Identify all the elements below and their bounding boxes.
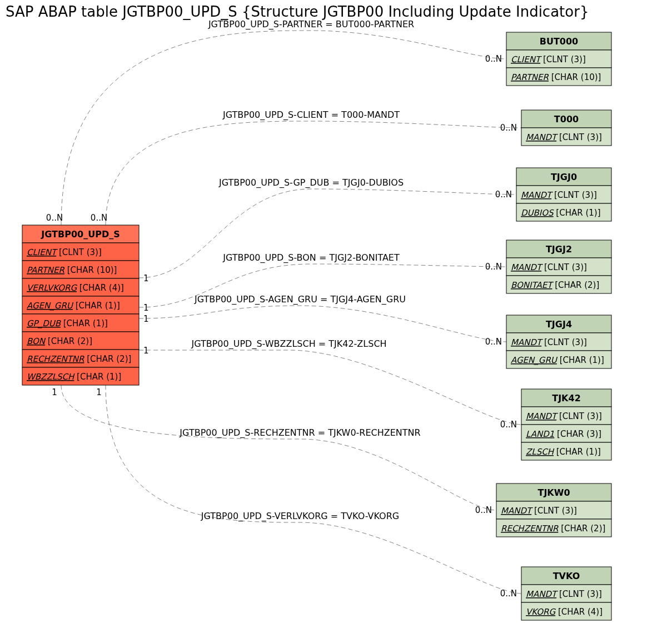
entity-name: TJGJ0: [551, 172, 577, 182]
entity-field: AGEN_GRU [CHAR (1)]: [27, 301, 120, 311]
entity-field: RECHZENTNR [CHAR (2)]: [27, 354, 131, 364]
cardinality-right: 0..N: [495, 190, 512, 200]
entity-field: VERLVKORG [CHAR (4)]: [27, 283, 124, 293]
entity-field: MANDT [CLNT (3)]: [526, 132, 602, 142]
entity-name: TJK42: [552, 393, 581, 403]
entity-right-column: BUT000CLIENT [CLNT (3)]PARTNER [CHAR (10…: [496, 32, 611, 620]
relationship-edge: [139, 189, 516, 278]
entity-field: AGEN_GRU [CHAR (1)]: [511, 355, 604, 365]
cardinality-left: 0..N: [46, 213, 63, 223]
relationship-edge: [61, 31, 506, 225]
entity-name: JGTBP00_UPD_S: [41, 229, 120, 240]
relationship-edge: [61, 385, 496, 510]
entity-field: GP_DUB [CHAR (1)]: [27, 318, 108, 328]
entity-name: TJGJ4: [546, 319, 572, 330]
entity-field: MANDT [CLNT (3)]: [501, 506, 577, 516]
relationship-edge: [139, 350, 521, 425]
entity-field: CLIENT [CLNT (3)]: [511, 54, 586, 64]
entity-field: CLIENT [CLNT (3)]: [27, 247, 102, 257]
relationship-label: JGTBP00_UPD_S-RECHZENTNR = TJKW0-RECHZEN…: [179, 427, 420, 438]
entity-name: T000: [554, 114, 579, 124]
entity-name: TJKW0: [537, 487, 570, 498]
cardinality-left: 1: [143, 346, 149, 356]
relationship-label: JGTBP00_UPD_S-PARTNER = BUT000-PARTNER: [208, 19, 414, 30]
entity-field: MANDT [CLNT (3)]: [526, 411, 602, 421]
diagram-title: SAP ABAP table JGTBP00_UPD_S {Structure …: [6, 3, 589, 20]
relationship-label: JGTBP00_UPD_S-VERLVKORG = TVKO-VKORG: [201, 511, 399, 522]
entity-field: MANDT [CLNT (3)]: [521, 190, 597, 200]
relationship-label: JGTBP00_UPD_S-AGEN_GRU = TJGJ4-AGEN_GRU: [194, 294, 406, 305]
entity-name: BUT000: [540, 36, 579, 47]
entity-field: PARTNER [CHAR (10)]: [511, 72, 601, 82]
cardinality-left: 0..N: [91, 213, 107, 223]
cardinality-right: 0..N: [475, 505, 492, 515]
relationship-label: JGTBP00_UPD_S-GP_DUB = TJGJ0-DUBIOS: [218, 177, 404, 188]
relationship-edge: [139, 306, 506, 342]
cardinality-right: 0..N: [485, 54, 502, 64]
cardinality-left: 1: [143, 314, 149, 324]
cardinality-left: 1: [143, 303, 149, 313]
relationship-edge: [106, 121, 521, 225]
entity-field: RECHZENTNR [CHAR (2)]: [501, 524, 605, 534]
entity-field: PARTNER [CHAR (10)]: [27, 265, 117, 275]
cardinality-right: 0..N: [500, 589, 517, 599]
relationship-label: JGTBP00_UPD_S-WBZZLSCH = TJK42-ZLSCH: [191, 338, 386, 350]
er-diagram: SAP ABAP table JGTBP00_UPD_S {Structure …: [0, 0, 672, 633]
entity-field: DUBIOS [CHAR (1)]: [521, 208, 601, 218]
cardinality-right: 0..N: [485, 262, 502, 272]
relationship-label: JGTBP00_UPD_S-BON = TJGJ2-BONITAET: [222, 252, 400, 263]
cardinality-right: 0..N: [500, 123, 517, 133]
cardinality-left: 1: [52, 387, 57, 397]
entity-name: TJGJ2: [546, 244, 572, 255]
cardinality-left: 1: [143, 273, 149, 283]
entity-field: MANDT [CLNT (3)]: [511, 262, 587, 272]
entity-name: TVKO: [553, 571, 580, 581]
entity-field: LAND1 [CHAR (3)]: [526, 429, 601, 439]
entity-field: MANDT [CLNT (3)]: [511, 337, 587, 347]
relationship-label: JGTBP00_UPD_S-CLIENT = T000-MANDT: [222, 109, 400, 121]
entity-field: VKORG [CHAR (4)]: [526, 607, 603, 617]
entity-field: WBZZLSCH [CHAR (1)]: [27, 372, 121, 382]
entity-field: BONITAET [CHAR (2)]: [511, 280, 599, 290]
cardinality-right: 0..N: [485, 337, 502, 347]
cardinality-left: 1: [96, 387, 102, 397]
entity-field: BON [CHAR (2)]: [27, 336, 92, 346]
entity-main: JGTBP00_UPD_SCLIENT [CLNT (3)]PARTNER [C…: [22, 225, 139, 385]
entity-field: ZLSCH [CHAR (1)]: [526, 447, 601, 457]
entity-field: MANDT [CLNT (3)]: [526, 589, 602, 599]
relationship-edge: [106, 385, 521, 594]
cardinality-right: 0..N: [500, 420, 517, 430]
